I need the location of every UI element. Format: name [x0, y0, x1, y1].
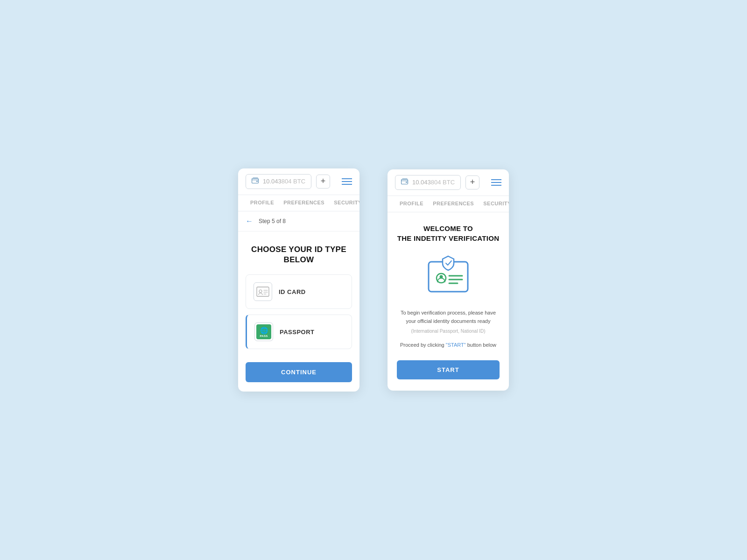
id-card-option[interactable]: ID CARD: [246, 274, 352, 309]
step-bar: ← Step 5 of 8: [238, 211, 359, 231]
verify-illustration: [420, 252, 476, 299]
welcome-desc-sub: (International Passport, National ID): [411, 329, 486, 334]
tab-security-2[interactable]: SECURITY: [479, 196, 509, 212]
wallet-amount-1: 10.043804 BTC: [263, 178, 305, 185]
top-bar-2: 10.043804 BTC +: [388, 169, 509, 196]
pass-text: PASS: [260, 335, 268, 337]
welcome-proceed-text: Proceed by clicking "START" button below: [400, 341, 496, 350]
phone-card-1: 10.043804 BTC + PROFILE PREFERENCES SECU…: [238, 168, 359, 392]
welcome-title: WELCOME TO THE INDETITY VERIFICATION: [397, 224, 500, 243]
add-button-1[interactable]: +: [316, 175, 330, 189]
continue-button[interactable]: CONTINUE: [246, 362, 352, 382]
id-options-list: ID CARD 🌐 PASS PASSPORT: [238, 274, 359, 349]
back-button[interactable]: ←: [246, 217, 253, 225]
id-card-icon-box: [254, 282, 272, 301]
passport-option[interactable]: 🌐 PASS PASSPORT: [246, 315, 352, 349]
tab-security-1[interactable]: SECURITY: [329, 195, 359, 211]
wallet-button-2[interactable]: 10.043804 BTC: [395, 175, 461, 190]
wallet-button-1[interactable]: 10.043804 BTC: [246, 174, 311, 189]
hamburger-button-2[interactable]: [491, 179, 501, 186]
nav-tabs-2: PROFILE PREFERENCES SECURITY VERIFY API: [388, 196, 509, 212]
wallet-amount-2: 10.043804 BTC: [412, 179, 455, 186]
start-link-text: "START": [446, 342, 466, 348]
svg-point-3: [259, 290, 262, 293]
passport-label: PASSPORT: [280, 329, 315, 336]
svg-rect-1: [256, 181, 258, 182]
back-arrow-icon: ←: [246, 217, 253, 225]
welcome-content: WELCOME TO THE INDETITY VERIFICATION To …: [388, 212, 509, 391]
tab-profile-2[interactable]: PROFILE: [395, 196, 428, 212]
step-label: Step 5 of 8: [259, 218, 286, 224]
passport-icon-box: 🌐 PASS: [254, 322, 273, 341]
nav-tabs-1: PROFILE PREFERENCES SECURITY VERIFY API: [238, 195, 359, 211]
tab-preferences-1[interactable]: PREFERENCES: [279, 195, 329, 211]
svg-rect-8: [406, 182, 407, 182]
tab-profile-1[interactable]: PROFILE: [246, 195, 279, 211]
globe-icon: 🌐: [260, 327, 268, 334]
passport-icon-inner: 🌐 PASS: [256, 324, 271, 339]
phone-card-2: 10.043804 BTC + PROFILE PREFERENCES SECU…: [388, 169, 509, 391]
start-button[interactable]: START: [397, 360, 500, 379]
tab-preferences-2[interactable]: PREFERENCES: [428, 196, 479, 212]
hamburger-button-1[interactable]: [342, 178, 352, 185]
top-bar-1: 10.043804 BTC +: [238, 168, 359, 195]
welcome-desc-main: To begin verification process, please ha…: [397, 308, 500, 326]
wallet-icon-1: [252, 177, 259, 186]
choose-heading: CHOOSE YOUR ID TYPE BELOW: [238, 231, 359, 274]
id-card-label: ID CARD: [279, 288, 306, 295]
add-button-2[interactable]: +: [465, 175, 479, 189]
wallet-icon-2: [401, 178, 409, 187]
